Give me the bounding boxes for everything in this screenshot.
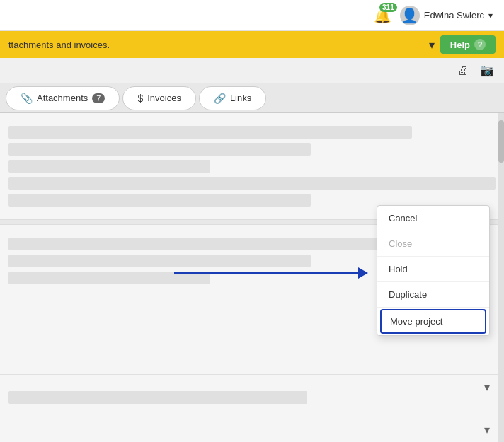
help-button[interactable]: Help ? [440, 35, 496, 54]
top-bar: 🔔 311 👤 Edwina Swierc ▾ [0, 0, 504, 31]
move-project-label: Move project [390, 316, 442, 327]
expand-chevron-2-icon[interactable]: ▾ [484, 423, 490, 436]
menu-item-duplicate[interactable]: Duplicate [377, 282, 489, 308]
content-row [8, 238, 412, 250]
tab-bar: 📎 Attachments 7 $ Invoices 🔗 Links [0, 83, 504, 113]
user-menu[interactable]: 👤 Edwina Swierc ▾ [400, 6, 493, 25]
close-label: Close [389, 238, 412, 249]
help-label: Help [450, 40, 470, 50]
top-bar-right: 🔔 311 👤 Edwina Swierc ▾ [374, 6, 493, 25]
user-chevron-icon: ▾ [488, 11, 493, 21]
camera-button[interactable]: 📷 [477, 62, 497, 78]
scrollbar[interactable] [498, 113, 504, 442]
notification-bar-actions: ▾ Help ? [423, 35, 496, 54]
content-row [8, 177, 496, 190]
help-icon: ? [474, 39, 486, 50]
print-button[interactable]: 🖨 [454, 63, 471, 78]
tab-links-label: Links [230, 93, 251, 103]
menu-item-move-project[interactable]: Move project [380, 309, 486, 334]
notification-bar: ttachments and invoices. ▾ Help ? [0, 31, 504, 58]
links-icon: 🔗 [214, 93, 226, 104]
notification-bell[interactable]: 🔔 311 [374, 7, 391, 24]
hold-label: Hold [389, 264, 408, 274]
invoices-icon: $ [137, 93, 143, 104]
notification-badge: 311 [379, 3, 397, 12]
content-row [8, 143, 311, 156]
content-section-1 [0, 113, 504, 219]
dropdown-menu: Cancel Close Hold Duplicate Move project [377, 205, 490, 336]
content-row [8, 126, 412, 139]
content-row [8, 272, 210, 284]
menu-item-close: Close [377, 231, 489, 257]
avatar: 👤 [400, 6, 420, 25]
tab-invoices-label: Invoices [147, 93, 181, 103]
avatar-icon: 👤 [401, 8, 418, 23]
toolbar: 🖨 📷 [0, 58, 504, 83]
notification-text: ttachments and invoices. [8, 40, 110, 50]
content-row [8, 160, 210, 173]
attachments-badge: 7 [92, 93, 105, 103]
tab-attachments[interactable]: 📎 Attachments 7 [6, 86, 120, 110]
user-name: Edwina Swierc [424, 10, 484, 21]
camera-icon: 📷 [480, 64, 494, 76]
duplicate-label: Duplicate [389, 289, 427, 300]
tab-invoices[interactable]: $ Invoices [122, 86, 196, 110]
content-row [8, 255, 311, 267]
content-row [8, 391, 307, 404]
menu-item-hold[interactable]: Hold [377, 257, 489, 282]
attachments-icon: 📎 [21, 93, 33, 104]
expand-row-2: ▾ [0, 417, 498, 442]
notification-chevron-button[interactable]: ▾ [423, 35, 440, 54]
expand-section-2: ▾ [0, 378, 498, 442]
content-row [8, 194, 311, 207]
main-content: Cancel Close Hold Duplicate Move project… [0, 113, 504, 442]
content-section-3 [0, 378, 498, 417]
cancel-label: Cancel [389, 213, 417, 223]
scrollbar-thumb [498, 120, 504, 163]
print-icon: 🖨 [457, 64, 469, 76]
tab-attachments-label: Attachments [37, 93, 88, 103]
tab-links[interactable]: 🔗 Links [199, 86, 266, 110]
menu-item-cancel[interactable]: Cancel [377, 206, 489, 231]
